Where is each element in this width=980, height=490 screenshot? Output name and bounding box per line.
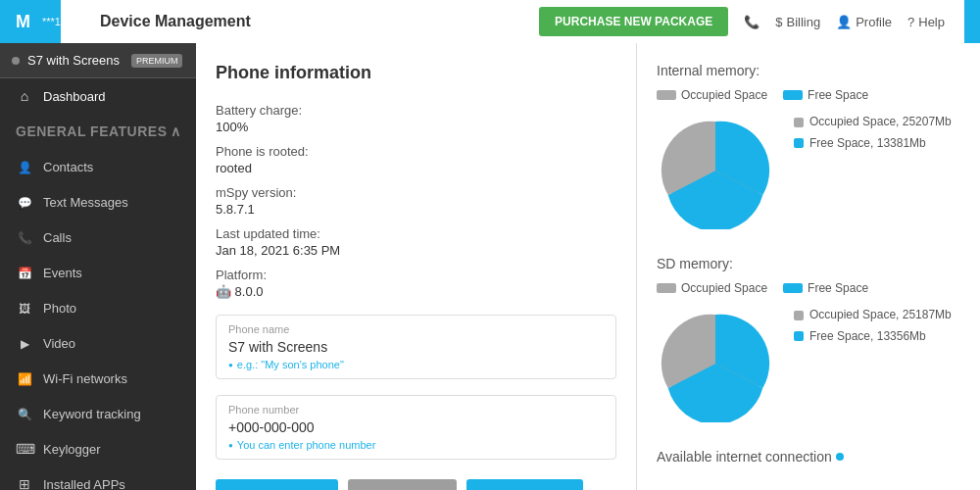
apps-icon xyxy=(16,476,33,490)
device-name: S7 with Screens xyxy=(27,53,120,68)
sidebar-item-label: Contacts xyxy=(43,160,93,174)
collapse-icon[interactable]: ∧ xyxy=(171,123,181,139)
sidebar-item-label: Wi-Fi networks xyxy=(43,371,127,386)
internal-memory-labels: Occupied Space, 25207Mb Free Space, 1338… xyxy=(794,112,952,154)
sd-memory-chart: Occupied Space, 25187Mb Free Space, 1335… xyxy=(657,305,960,425)
photo-icon xyxy=(16,300,33,316)
billing-action[interactable]: $ Billing xyxy=(775,15,820,29)
section-label: GENERAL FEATURES xyxy=(16,123,168,139)
sidebar-item-video[interactable]: Video xyxy=(0,325,196,361)
internal-free-label: Free Space, 13381Mb xyxy=(794,133,952,155)
sidebar-item-wifi[interactable]: Wi-Fi networks xyxy=(0,361,196,396)
last-updated-row: Last updated time: Jan 18, 2021 6:35 PM xyxy=(216,226,616,258)
wifi-icon xyxy=(16,370,33,386)
sd-legend-free-label: Free Space xyxy=(808,281,868,295)
help-label: Help xyxy=(918,15,945,29)
sidebar-item-label: Events xyxy=(43,266,82,280)
sidebar-item-keyword-tracking[interactable]: Keyword tracking xyxy=(0,396,196,431)
billing-icon: $ xyxy=(775,15,782,29)
sidebar-item-label: Photo xyxy=(43,301,76,316)
battery-row: Battery charge: 100% xyxy=(216,103,616,134)
keylogger-icon xyxy=(16,441,33,457)
legend-free: Free Space xyxy=(783,88,868,102)
sd-legend-color-occupied xyxy=(657,283,676,293)
sidebar-item-label: Installed APPs xyxy=(43,477,125,491)
internal-memory-section: Internal memory: Occupied Space Free Spa… xyxy=(657,63,960,232)
messages-icon xyxy=(16,194,33,210)
sidebar-item-photo[interactable]: Photo xyxy=(0,290,196,325)
help-icon: ? xyxy=(907,15,914,29)
internal-occupied-label: Occupied Space, 25207Mb xyxy=(794,112,952,133)
sidebar-device[interactable]: S7 with Screens PREMIUM xyxy=(0,43,196,78)
purchase-button[interactable]: PURCHASE NEW PACKAGE xyxy=(539,7,728,36)
sidebar-item-dashboard[interactable]: Dashboard xyxy=(0,78,196,114)
free-dot xyxy=(794,138,804,148)
export-logs-button[interactable]: EXPORT LOGS xyxy=(466,479,583,490)
sd-memory-section: SD memory: Occupied Space Free Space xyxy=(657,256,960,425)
legend-color-free xyxy=(783,90,803,100)
profile-action[interactable]: 👤 Profile xyxy=(836,15,892,29)
premium-badge: PREMIUM xyxy=(131,54,183,68)
sidebar-item-label: Keylogger xyxy=(43,442,101,457)
phone-icon: 📞 xyxy=(744,15,760,29)
main-content: Phone information Battery charge: 100% P… xyxy=(196,43,637,490)
internal-memory-legend: Occupied Space Free Space xyxy=(657,88,960,102)
sd-occupied-value: Occupied Space, 25187Mb xyxy=(809,305,952,326)
unlink-device-button[interactable]: UNLINK DEVICE xyxy=(216,479,338,490)
sidebar-item-label: Calls xyxy=(43,230,72,245)
sd-free-value: Free Space, 13356Mb xyxy=(809,326,926,348)
events-icon xyxy=(16,265,33,280)
keyword-icon xyxy=(16,406,33,421)
logo: M xyxy=(16,12,30,32)
sidebar-section-header: GENERAL FEATURES ∧ xyxy=(0,114,196,149)
sd-occupied-label: Occupied Space, 25187Mb xyxy=(794,305,952,326)
main-container: S7 with Screens PREMIUM Dashboard GENERA… xyxy=(0,43,980,490)
occupied-dot xyxy=(794,118,804,127)
legend-occupied-label: Occupied Space xyxy=(681,88,767,102)
clear-logs-button[interactable]: CLEAR LOGS xyxy=(348,479,457,490)
sd-memory-pie xyxy=(657,305,774,425)
phone-number-input[interactable]: Phone number +000-000-000 You can enter … xyxy=(216,395,616,460)
device-status-dot xyxy=(12,57,20,65)
page-title: Device Management xyxy=(80,0,500,43)
profile-icon: 👤 xyxy=(836,15,852,29)
sd-free-label: Free Space, 13356Mb xyxy=(794,326,952,348)
sd-legend-occupied: Occupied Space xyxy=(657,281,767,295)
help-action[interactable]: ? Help xyxy=(907,15,945,29)
content-area: Phone information Battery charge: 100% P… xyxy=(196,43,980,490)
platform-row: Platform: 🤖 8.0.0 xyxy=(216,268,616,299)
top-header: M ***1 Device Management PURCHASE NEW PA… xyxy=(0,0,980,43)
sidebar-item-text-messages[interactable]: Text Messages xyxy=(0,184,196,220)
sd-legend-occupied-label: Occupied Space xyxy=(681,281,767,295)
sidebar-item-calls[interactable]: Calls xyxy=(0,220,196,255)
header-actions: PURCHASE NEW PACKAGE 📞 $ Billing 👤 Profi… xyxy=(519,0,964,43)
legend-color-occupied xyxy=(657,90,676,100)
stars: ***1 xyxy=(42,16,61,27)
legend-occupied: Occupied Space xyxy=(657,88,767,102)
sidebar-item-events[interactable]: Events xyxy=(0,255,196,290)
available-connection-label: Available internet connection xyxy=(657,449,832,465)
profile-label: Profile xyxy=(856,15,892,29)
internal-memory-pie xyxy=(657,112,774,232)
phone-info-title: Phone information xyxy=(216,63,616,83)
video-icon xyxy=(16,335,33,351)
home-icon xyxy=(16,88,33,104)
phone-action[interactable]: 📞 xyxy=(744,15,760,29)
sidebar-item-keylogger[interactable]: Keylogger xyxy=(0,431,196,466)
mspy-version-row: mSpy version: 5.8.7.1 xyxy=(216,185,616,217)
free-value: Free Space, 13381Mb xyxy=(809,133,926,155)
sidebar-item-installed-apps[interactable]: Installed APPs xyxy=(0,466,196,490)
sidebar-item-contacts[interactable]: Contacts xyxy=(0,149,196,184)
occupied-value: Occupied Space, 25207Mb xyxy=(809,112,952,133)
right-panel: Internal memory: Occupied Space Free Spa… xyxy=(637,43,980,490)
sidebar-item-label: Keyword tracking xyxy=(43,407,141,421)
contacts-icon xyxy=(16,159,33,174)
connection-dot xyxy=(836,453,844,461)
billing-label: Billing xyxy=(786,15,820,29)
phone-name-input[interactable]: Phone name S7 with Screens e.g.: "My son… xyxy=(216,315,616,379)
sd-memory-title: SD memory: xyxy=(657,256,960,271)
sd-legend-color-free xyxy=(783,283,803,293)
action-buttons: UNLINK DEVICE CLEAR LOGS EXPORT LOGS xyxy=(216,479,616,490)
sidebar-item-label: Dashboard xyxy=(43,89,106,104)
internal-memory-chart: Occupied Space, 25207Mb Free Space, 1338… xyxy=(657,112,960,232)
